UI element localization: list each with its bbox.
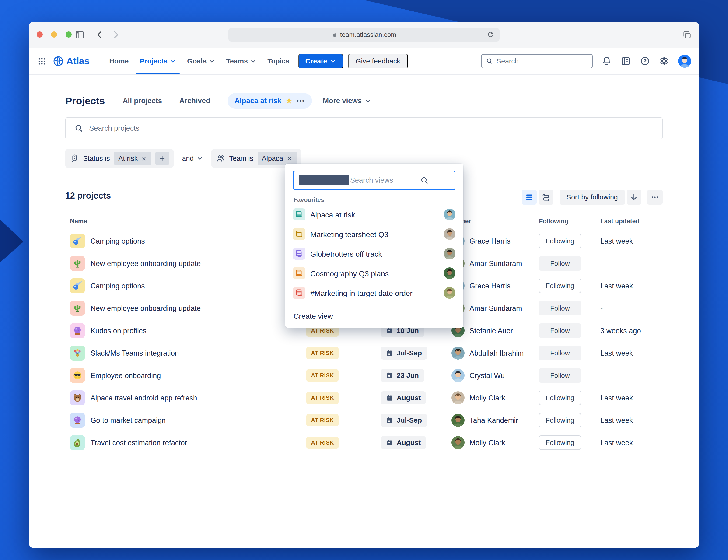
follow-button[interactable]: Follow [539, 346, 581, 360]
status-filter-chip[interactable]: Status is At risk [65, 149, 174, 168]
nav-item-topics[interactable]: Topics [262, 48, 295, 74]
list-view-button[interactable] [522, 190, 537, 205]
help-icon[interactable] [640, 56, 650, 66]
star-icon[interactable]: ★ [285, 97, 293, 105]
app-switcher-icon[interactable] [37, 56, 47, 66]
project-name[interactable]: Kudos on profiles [91, 327, 147, 335]
target-date-chip[interactable]: Jul-Sep [381, 414, 427, 427]
owner-name[interactable]: Grace Harris [469, 237, 511, 245]
close-x-icon[interactable] [287, 155, 293, 161]
table-more-button[interactable] [647, 190, 663, 205]
column-header-name[interactable]: Name [70, 218, 87, 225]
owner-name[interactable]: Molly Clark [469, 394, 505, 402]
create-view-button[interactable]: Create view [285, 304, 463, 328]
global-search-input[interactable]: Search [481, 54, 593, 68]
owner-avatar[interactable] [451, 391, 465, 404]
follow-button[interactable]: Following [539, 391, 581, 405]
sidebar-icon[interactable] [75, 30, 85, 40]
atlas-logo[interactable]: Atlas [53, 56, 90, 67]
owner-name[interactable]: Abdullah Ibrahim [469, 349, 524, 357]
project-name[interactable]: Travel cost estimation refactor [91, 439, 187, 447]
follow-button[interactable]: Following [539, 234, 581, 248]
owner-avatar[interactable] [451, 436, 465, 449]
back-icon[interactable] [95, 30, 105, 40]
table-row[interactable]: Employee onboarding AT RISK 23 Jun Cryst… [65, 364, 663, 387]
owner-avatar[interactable] [451, 369, 465, 382]
changelog-icon[interactable] [621, 56, 631, 66]
gear-icon[interactable] [659, 56, 669, 66]
team-filter-value[interactable]: Alpaca [258, 152, 297, 165]
owner-name[interactable]: Crystal Wu [469, 371, 505, 380]
close-x-icon[interactable] [141, 155, 147, 161]
sort-by-button[interactable]: Sort by following [560, 190, 625, 205]
favourite-view-item[interactable]: Marketing tearsheet Q3 [285, 224, 463, 244]
nav-item-teams[interactable]: Teams [221, 48, 262, 74]
address-bar[interactable]: team.atlassian.com [228, 28, 500, 42]
favourite-view-item[interactable]: Globetrotters off track [285, 244, 463, 263]
project-name[interactable]: New employee onboarding update [91, 304, 201, 313]
filter-operator-dropdown[interactable]: and [182, 154, 203, 162]
target-date-chip[interactable]: August [381, 436, 426, 449]
owner-avatar[interactable] [451, 414, 465, 427]
favourite-view-item[interactable]: Alpaca at risk [285, 205, 463, 224]
table-row[interactable]: Alpaca travel android app refresh AT RIS… [65, 387, 663, 409]
favourite-view-item[interactable]: #Marketing in target date order [285, 283, 463, 303]
calendar-icon [386, 439, 393, 446]
zoom-icon[interactable] [66, 31, 72, 38]
sort-direction-button[interactable] [627, 190, 641, 205]
more-dots-icon[interactable]: ••• [297, 97, 305, 105]
reload-icon[interactable] [487, 31, 494, 38]
project-name[interactable]: New employee onboarding update [91, 259, 201, 268]
column-header-updated[interactable]: Last updated [600, 218, 640, 225]
owner-avatar[interactable] [451, 347, 465, 360]
follow-button[interactable]: Following [539, 435, 581, 450]
user-avatar[interactable] [678, 55, 691, 68]
search-projects-input[interactable]: Search projects [65, 117, 663, 139]
owner-name[interactable]: Amar Sundaram [469, 259, 522, 268]
table-row[interactable]: Go to market campaign AT RISK Jul-Sep Ta… [65, 409, 663, 431]
project-name[interactable]: Camping options [91, 282, 145, 290]
column-header-following[interactable]: Following [539, 218, 568, 225]
tab-favourite-view[interactable]: Alpaca at risk ★ ••• [227, 93, 312, 109]
timeline-view-button[interactable] [539, 190, 553, 205]
project-name[interactable]: Camping options [91, 237, 145, 245]
target-date-chip[interactable]: August [381, 391, 426, 404]
tab-archived[interactable]: Archived [179, 97, 210, 105]
table-row[interactable]: Travel cost estimation refactor AT RISK … [65, 431, 663, 454]
view-owner-avatar [444, 209, 455, 220]
more-views-dropdown[interactable]: More views [323, 97, 371, 105]
status-filter-value[interactable]: At risk [114, 152, 151, 165]
close-icon[interactable] [37, 31, 43, 38]
give-feedback-button[interactable]: Give feedback [348, 54, 408, 68]
follow-button[interactable]: Follow [539, 256, 581, 271]
tabs-icon[interactable] [682, 30, 692, 40]
bell-icon[interactable] [602, 56, 612, 66]
forward-icon [111, 30, 121, 40]
owner-name[interactable]: Grace Harris [469, 282, 511, 290]
nav-item-projects[interactable]: Projects [134, 48, 182, 74]
search-views-input[interactable]: Search views [293, 171, 455, 190]
owner-name[interactable]: Taha Kandemir [469, 416, 518, 425]
nav-item-goals[interactable]: Goals [182, 48, 221, 74]
project-name[interactable]: Alpaca travel android app refresh [91, 394, 197, 402]
target-date-chip[interactable]: 23 Jun [381, 369, 424, 382]
project-name[interactable]: Employee onboarding [91, 371, 161, 380]
owner-name[interactable]: Amar Sundaram [469, 304, 522, 313]
favourite-view-item[interactable]: Cosmography Q3 plans [285, 263, 463, 283]
tab-all-projects[interactable]: All projects [123, 97, 162, 105]
nav-item-home[interactable]: Home [104, 48, 134, 74]
follow-button[interactable]: Following [539, 279, 581, 293]
follow-button[interactable]: Follow [539, 301, 581, 315]
create-button[interactable]: Create [298, 54, 343, 68]
target-date-chip[interactable]: Jul-Sep [381, 347, 427, 360]
table-row[interactable]: Slack/Ms Teams integration AT RISK Jul-S… [65, 342, 663, 364]
add-status-filter-button[interactable] [155, 152, 169, 165]
project-name[interactable]: Go to market campaign [91, 416, 166, 425]
follow-button[interactable]: Following [539, 413, 581, 427]
owner-name[interactable]: Molly Clark [469, 439, 505, 447]
follow-button[interactable]: Follow [539, 368, 581, 383]
owner-name[interactable]: Stefanie Auer [469, 327, 513, 335]
project-name[interactable]: Slack/Ms Teams integration [91, 349, 179, 357]
follow-button[interactable]: Follow [539, 323, 581, 338]
minimize-icon[interactable] [51, 31, 57, 38]
